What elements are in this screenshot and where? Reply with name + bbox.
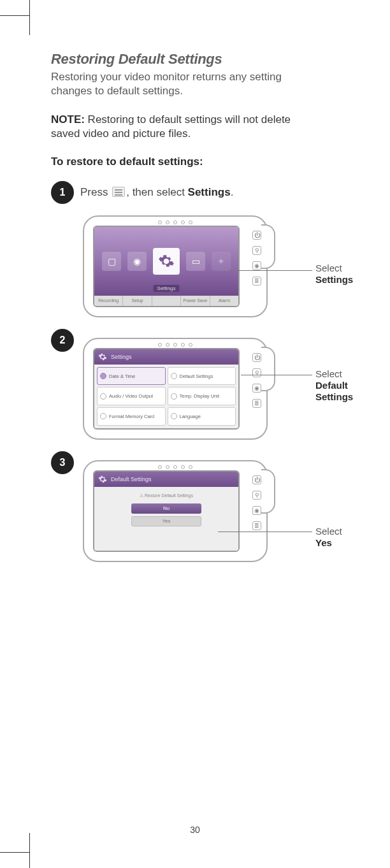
page-title: Restoring Default Settings (51, 51, 345, 68)
search-icon: ⚲ (252, 368, 261, 377)
callout-line (218, 532, 312, 532)
callout-1: Select Settings (315, 263, 353, 286)
list-icon: ≣ (252, 399, 261, 408)
settings-item-language: Language (168, 407, 236, 426)
speaker-dots (158, 221, 192, 224)
crop-mark (29, 833, 30, 868)
screen-body: ▢ ◉ ▭ ✦ Settings (94, 227, 238, 296)
callout-3: Select Yes (315, 526, 345, 549)
settings-item-temp-unit: Temp. Display Unit (168, 387, 236, 405)
monitor-illustration-1: ⏻⚲◉≣ ▢ ◉ ▭ ✦ Settings Recording Setup Po (83, 215, 345, 317)
settings-grid: Date & Time Default Settings Audio / Vid… (94, 365, 238, 428)
back-icon: ◉ (252, 506, 261, 515)
alarm-icon: ✦ (212, 252, 231, 271)
back-icon: ◉ (252, 384, 261, 393)
side-buttons: ⏻⚲◉≣ (252, 231, 261, 286)
settings-item-audio-video: Audio / Video Output (97, 387, 166, 405)
device-frame: ⏻⚲◉≣ ▢ ◉ ▭ ✦ Settings Recording Setup Po (83, 215, 268, 317)
settings-label: Settings (154, 285, 180, 292)
power-icon: ⏻ (252, 475, 261, 484)
monitor-illustration-3: ⏻⚲◉≣ Default Settings ⚠ Restore Default … (83, 460, 345, 562)
callout-2: SelectDefaultSettings (315, 368, 353, 403)
dialog-prompt: ⚠ Restore Default Settings (140, 493, 193, 498)
device-frame: ⏻⚲◉≣ Default Settings ⚠ Restore Default … (83, 460, 268, 562)
camera-icon: ▢ (102, 252, 121, 271)
power-icon: ⏻ (252, 231, 261, 240)
device-screen: ▢ ◉ ▭ ✦ Settings Recording Setup Power S… (93, 226, 240, 307)
monitor-illustration-2: ⏻⚲◉≣ Settings Date & Time Default Settin… (83, 338, 345, 440)
screen-title: Default Settings (111, 476, 152, 482)
speaker-dots (158, 465, 192, 469)
manual-page: Restoring Default Settings Restoring you… (0, 0, 390, 868)
crop-mark (29, 0, 30, 35)
device-screen: Default Settings ⚠ Restore Default Setti… (93, 470, 240, 552)
screen-header: Default Settings (94, 472, 238, 487)
screen-header: Settings (94, 349, 238, 365)
no-button: No (131, 503, 201, 514)
step-badge: 1 (51, 181, 74, 204)
screen-title: Settings (111, 354, 132, 360)
note-label: NOTE: (51, 113, 85, 126)
battery-icon: ▭ (186, 252, 205, 271)
search-icon: ⚲ (252, 246, 261, 255)
callout-line (229, 270, 312, 271)
camera-icon: ◉ (127, 252, 147, 271)
device-frame: ⏻⚲◉≣ Settings Date & Time Default Settin… (83, 338, 268, 440)
device-notch (261, 347, 275, 391)
settings-item-format-card: Format Memory Card (97, 407, 166, 426)
menu-icon (112, 187, 125, 197)
step-1-text: Press , then select Settings. (80, 181, 233, 204)
power-icon: ⏻ (252, 353, 261, 362)
gear-icon (98, 352, 107, 361)
back-icon: ◉ (252, 261, 261, 270)
list-icon: ≣ (252, 277, 261, 286)
step-badge: 2 (51, 329, 74, 352)
dialog-body: ⚠ Restore Default Settings No Yes (94, 487, 238, 551)
settings-item-default-settings: Default Settings (168, 367, 236, 386)
device-notch (261, 224, 275, 269)
list-icon: ≣ (252, 521, 261, 530)
page-number: 30 (190, 825, 200, 835)
instructions-heading: To restore to default settings: (51, 156, 345, 168)
step-1: 1 Press , then select Settings. (51, 181, 345, 204)
side-buttons: ⏻⚲◉≣ (252, 475, 261, 530)
note-text: NOTE: Restoring to default settings will… (51, 113, 319, 141)
screen-tabs: Recording Setup Power Save Alarm (94, 296, 238, 306)
gear-icon (98, 475, 107, 484)
search-icon: ⚲ (252, 491, 261, 500)
side-buttons: ⏻⚲◉≣ (252, 353, 261, 408)
step-badge: 3 (51, 451, 74, 474)
device-notch (261, 469, 275, 514)
settings-item-date-time: Date & Time (97, 367, 166, 386)
device-screen: Settings Date & Time Default Settings Au… (93, 348, 240, 430)
crop-mark (0, 15, 29, 16)
yes-button: Yes (131, 516, 201, 526)
gear-icon (153, 248, 180, 275)
crop-mark (0, 852, 29, 853)
speaker-dots (158, 343, 192, 347)
intro-text: Restoring your video monitor returns any… (51, 70, 325, 99)
callout-line (241, 375, 312, 375)
note-body: Restoring to default settings will not d… (51, 113, 291, 140)
